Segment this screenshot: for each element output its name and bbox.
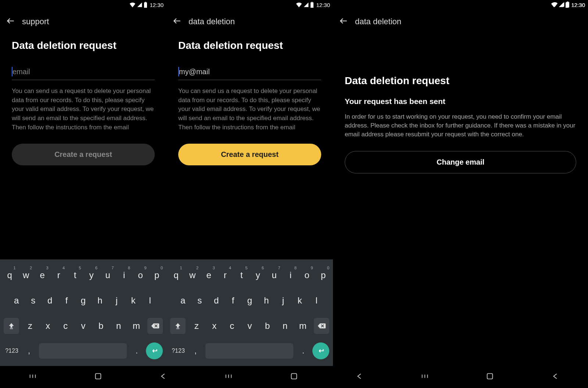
key-k[interactable]: k	[125, 292, 141, 309]
spacebar-key[interactable]	[39, 343, 127, 359]
svg-rect-5	[176, 328, 179, 329]
key-b[interactable]: b	[92, 317, 110, 335]
key-m[interactable]: m	[294, 317, 312, 335]
system-nav-bar	[196, 366, 392, 388]
key-z[interactable]: z	[21, 317, 39, 335]
key-l[interactable]: l	[142, 292, 158, 309]
key-j[interactable]: j	[275, 292, 291, 309]
shift-icon[interactable]	[4, 318, 19, 334]
key-i[interactable]: i8	[283, 266, 299, 284]
key-v[interactable]: v	[241, 317, 258, 335]
key-y[interactable]: y6	[250, 266, 266, 284]
backspace-icon[interactable]	[147, 318, 163, 334]
cell-icon	[304, 2, 309, 7]
home-icon[interactable]	[290, 372, 298, 382]
create-request-button[interactable]: Create a request	[178, 144, 321, 165]
recents-icon[interactable]	[225, 372, 233, 382]
key-g[interactable]: g	[75, 292, 92, 309]
key-d[interactable]: d	[208, 292, 225, 309]
create-request-button[interactable]: Create a request	[12, 144, 155, 165]
back-icon[interactable]	[6, 16, 15, 27]
home-icon[interactable]	[94, 372, 102, 382]
appbar-title: data deletion	[189, 17, 235, 26]
symbols-key[interactable]: ?123	[2, 348, 21, 354]
key-t[interactable]: t5	[233, 266, 250, 284]
key-n[interactable]: n	[276, 317, 294, 335]
key-o[interactable]: o9	[132, 266, 149, 284]
key-o[interactable]: o9	[299, 266, 315, 284]
back-nav-icon[interactable]	[159, 372, 167, 382]
key-r[interactable]: r4	[217, 266, 234, 284]
key-s[interactable]: s	[191, 292, 208, 309]
status-time: 12:30	[316, 2, 330, 8]
key-a[interactable]: a	[8, 292, 25, 309]
svg-rect-9	[567, 1, 569, 2]
key-h[interactable]: h	[92, 292, 108, 309]
back-nav-icon[interactable]	[355, 372, 363, 382]
key-b[interactable]: b	[259, 317, 276, 335]
key-r[interactable]: r4	[51, 266, 67, 284]
key-c[interactable]: c	[57, 317, 74, 335]
key-c[interactable]: c	[223, 317, 241, 335]
key-m[interactable]: m	[128, 317, 145, 335]
key-s[interactable]: s	[25, 292, 41, 309]
key-l[interactable]: l	[308, 292, 325, 309]
page-title: Data deletion request	[345, 75, 576, 87]
key-q[interactable]: q1	[168, 266, 184, 284]
home-icon[interactable]	[486, 372, 494, 382]
sub-heading: Your request has been sent	[345, 97, 576, 106]
backspace-icon[interactable]	[314, 318, 329, 334]
back-icon[interactable]	[172, 16, 182, 27]
key-z[interactable]: z	[188, 317, 205, 335]
system-nav-bar	[0, 366, 196, 388]
key-f[interactable]: f	[225, 292, 241, 309]
key-h[interactable]: h	[258, 292, 275, 309]
key-t[interactable]: t5	[67, 266, 83, 284]
key-f[interactable]: f	[58, 292, 75, 309]
key-n[interactable]: n	[110, 317, 128, 335]
key-x[interactable]: x	[39, 317, 57, 335]
spacebar-key[interactable]	[205, 343, 293, 359]
appbar-title: data deletion	[355, 17, 401, 26]
email-field[interactable]	[178, 65, 321, 80]
key-k[interactable]: k	[291, 292, 308, 309]
key-v[interactable]: v	[74, 317, 92, 335]
symbols-key[interactable]: ?123	[169, 348, 188, 354]
key-e[interactable]: e3	[34, 266, 51, 284]
shift-icon[interactable]	[170, 318, 186, 334]
key-w[interactable]: w2	[18, 266, 35, 284]
enter-icon[interactable]	[312, 342, 329, 359]
content-area: Data deletion request You can send us a …	[166, 31, 333, 259]
key-g[interactable]: g	[241, 292, 258, 309]
key-y[interactable]: y6	[83, 266, 100, 284]
change-email-button[interactable]: Change email	[345, 151, 576, 173]
key-j[interactable]: j	[108, 292, 125, 309]
key-d[interactable]: d	[42, 292, 58, 309]
key-i[interactable]: i8	[116, 266, 133, 284]
back-nav-icon[interactable]	[551, 372, 559, 382]
wifi-icon	[129, 2, 136, 7]
key-e[interactable]: e3	[201, 266, 217, 284]
enter-icon[interactable]	[146, 342, 163, 359]
soft-keyboard[interactable]: q1w2e3r4t5y6u7i8o9p0asdfghjklzxcvbnm?123…	[0, 259, 166, 366]
soft-keyboard[interactable]: q1w2e3r4t5y6u7i8o9p0asdfghjklzxcvbnm?123…	[166, 259, 333, 366]
recents-icon[interactable]	[29, 372, 37, 382]
key-u[interactable]: u7	[100, 266, 116, 284]
key-u[interactable]: u7	[266, 266, 283, 284]
key-q[interactable]: q1	[1, 266, 18, 284]
svg-rect-12	[487, 374, 493, 379]
key-a[interactable]: a	[175, 292, 191, 309]
comma-key[interactable]: ,	[23, 346, 35, 356]
recents-icon[interactable]	[421, 372, 429, 382]
key-p[interactable]: p0	[315, 266, 332, 284]
cell-icon	[559, 2, 564, 8]
email-field[interactable]	[12, 65, 155, 80]
back-icon[interactable]	[339, 16, 348, 27]
period-key[interactable]: .	[130, 346, 143, 356]
key-x[interactable]: x	[205, 317, 223, 335]
key-p[interactable]: p0	[149, 266, 165, 284]
key-w[interactable]: w2	[184, 266, 201, 284]
period-key[interactable]: .	[297, 346, 309, 356]
screen-support: 12:30 support Data deletion request You …	[0, 0, 166, 366]
comma-key[interactable]: ,	[189, 346, 202, 356]
